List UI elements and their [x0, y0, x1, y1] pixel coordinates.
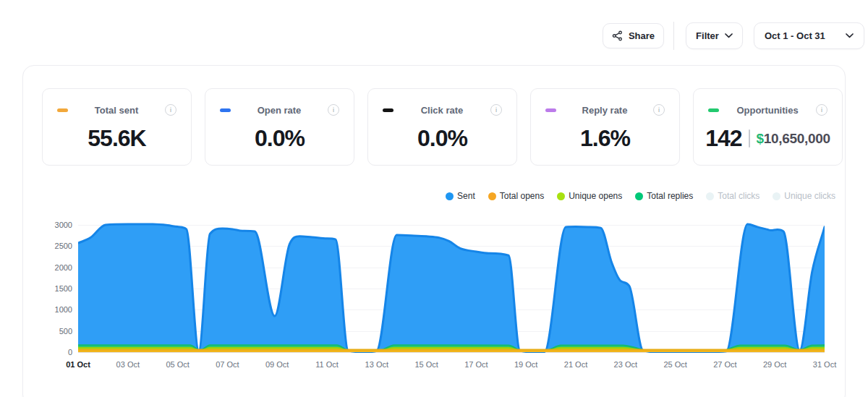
y-axis-tick-label: 2000	[38, 263, 72, 272]
metric-color-pill	[383, 108, 393, 112]
legend-item[interactable]: Unique clicks	[773, 191, 835, 201]
metric-color-pill	[57, 108, 68, 112]
chevron-down-icon	[725, 33, 733, 38]
stat-card: Open rate i 0.0%	[205, 88, 354, 166]
metric-color-pill	[545, 108, 556, 112]
share-button[interactable]: Share	[603, 23, 664, 48]
x-axis-tick-label: 21 Oct	[553, 360, 599, 369]
legend-item[interactable]: Total clicks	[706, 191, 760, 201]
x-axis-tick-label: 07 Oct	[204, 360, 250, 369]
topbar-divider	[673, 22, 674, 50]
legend-label: Unique clicks	[784, 191, 835, 201]
legend-label: Total replies	[647, 191, 693, 201]
y-axis-tick-label: 0	[38, 348, 72, 357]
x-axis-tick-label: 01 Oct	[55, 360, 101, 369]
x-axis-tick-label: 11 Oct	[304, 360, 350, 369]
value-divider	[749, 129, 750, 148]
x-axis-tick-label: 27 Oct	[702, 360, 748, 369]
legend-dot	[488, 192, 496, 200]
y-axis-tick-label: 500	[38, 327, 72, 336]
info-icon[interactable]: i	[165, 104, 176, 116]
legend-item[interactable]: Unique opens	[557, 191, 622, 201]
x-axis-tick-label: 09 Oct	[254, 360, 300, 369]
x-axis-tick-label: 29 Oct	[752, 360, 798, 369]
legend-dot	[635, 192, 643, 200]
legend-dot	[557, 192, 565, 200]
legend-label: Total clicks	[718, 191, 760, 201]
stat-card: Total sent i 55.6K	[42, 88, 192, 166]
x-axis-tick-label: 23 Oct	[603, 360, 649, 369]
stat-card: Opportunities i 142 $10,650,000	[693, 88, 843, 166]
filter-button[interactable]: Filter	[686, 22, 743, 49]
legend-item[interactable]: Sent	[446, 191, 475, 201]
stat-cards-row: Total sent i 55.6K Open rate i 0.0% Clic…	[42, 88, 843, 166]
metric-secondary-value: $10,650,000	[749, 129, 830, 148]
currency-symbol: $	[757, 131, 764, 146]
metric-label: Reply rate	[556, 105, 653, 116]
metric-value: 55.6K	[88, 125, 145, 152]
x-axis-tick-label: 15 Oct	[404, 360, 450, 369]
x-axis-tick-label: 13 Oct	[354, 360, 400, 369]
legend-dot	[446, 192, 454, 200]
legend-dot	[706, 192, 714, 200]
date-range-label: Oct 1 - Oct 31	[765, 30, 825, 41]
metric-label: Open rate	[231, 105, 328, 116]
pipeline-amount: 10,650,000	[764, 131, 830, 146]
y-axis-tick-label: 3000	[38, 221, 72, 229]
legend-label: Unique opens	[569, 191, 622, 201]
share-icon	[612, 30, 623, 41]
chevron-down-icon	[846, 33, 854, 38]
share-label: Share	[629, 30, 655, 41]
metric-value: 0.0%	[255, 125, 305, 152]
metric-color-pill	[220, 108, 231, 112]
x-axis-tick-label: 17 Oct	[453, 360, 499, 369]
metric-color-pill	[708, 108, 719, 112]
legend-item[interactable]: Total replies	[635, 191, 693, 201]
metric-value: 0.0%	[417, 125, 467, 152]
stat-card: Reply rate i 1.6%	[530, 88, 680, 166]
x-axis-tick-label: 25 Oct	[652, 360, 699, 369]
metric-value: 1.6%	[580, 125, 630, 152]
info-icon[interactable]: i	[653, 104, 665, 116]
chart-legend: Sent Total opens Unique opens Total repl…	[446, 191, 835, 201]
metric-label: Total sent	[68, 105, 165, 116]
info-icon[interactable]: i	[328, 104, 339, 116]
y-axis-tick-label: 1000	[38, 305, 72, 314]
y-axis-tick-label: 1500	[38, 284, 72, 293]
filter-label: Filter	[696, 30, 719, 41]
legend-dot	[773, 192, 780, 200]
x-axis-tick-label: 31 Oct	[801, 360, 848, 369]
date-range-selector[interactable]: Oct 1 - Oct 31	[754, 22, 864, 49]
x-axis-tick-label: 19 Oct	[503, 360, 549, 369]
metric-label: Click rate	[393, 105, 490, 116]
x-axis-tick-label: 05 Oct	[155, 360, 201, 369]
stat-card: Click rate i 0.0%	[367, 88, 517, 166]
info-icon[interactable]: i	[490, 104, 502, 116]
legend-label: Sent	[457, 191, 475, 201]
chart-canvas[interactable]	[78, 217, 825, 353]
legend-label: Total opens	[500, 191, 544, 201]
legend-item[interactable]: Total opens	[488, 191, 544, 201]
x-axis-tick-label: 03 Oct	[105, 360, 151, 369]
info-icon[interactable]: i	[816, 104, 827, 116]
metric-label: Opportunities	[719, 105, 816, 116]
y-axis-tick-label: 2500	[38, 242, 72, 250]
metric-value: 142	[705, 125, 741, 152]
